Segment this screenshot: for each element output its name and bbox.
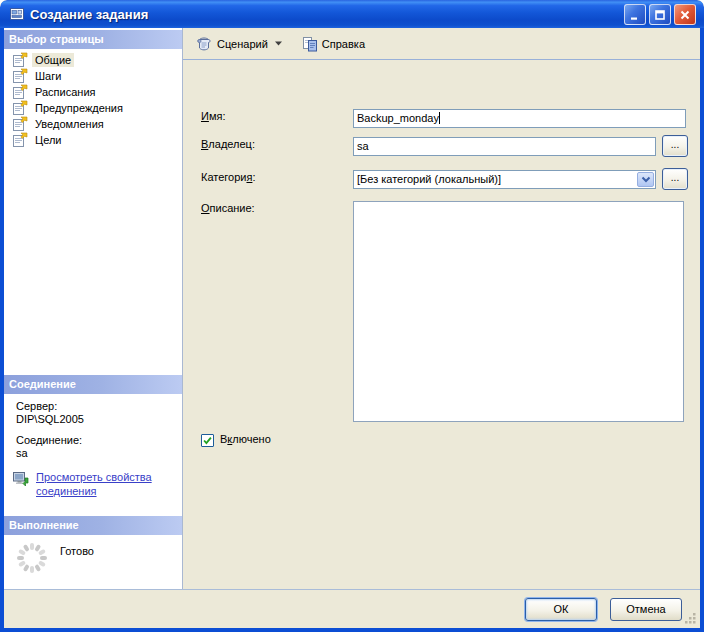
category-dropdown-button[interactable] — [637, 172, 654, 187]
toolbar: Сценарий Справка — [183, 28, 700, 60]
name-input[interactable]: Backup_monday — [353, 109, 686, 128]
name-label: Имя: — [201, 110, 225, 122]
app-icon — [9, 6, 25, 22]
script-icon — [195, 36, 213, 52]
minimize-button[interactable] — [624, 4, 646, 25]
page-icon — [12, 132, 28, 148]
resize-grip[interactable] — [684, 612, 697, 625]
sidebar-item-label: Предупреждения — [32, 101, 126, 115]
close-icon — [679, 9, 691, 21]
page-tree: Общие Шаги Расписания Предупреждения Уве… — [4, 49, 182, 375]
progress-spinner-icon — [14, 540, 50, 576]
page-icon — [12, 100, 28, 116]
minimize-icon — [629, 9, 641, 21]
progress-status: Готово — [60, 545, 94, 557]
chevron-down-icon — [641, 176, 651, 184]
server-value: DIP\SQL2005 — [16, 413, 182, 425]
connection-properties-icon — [12, 470, 30, 488]
script-button[interactable]: Сценарий — [189, 32, 288, 56]
help-button-label: Справка — [322, 38, 366, 50]
owner-input[interactable]: sa — [353, 137, 656, 156]
help-icon — [302, 36, 318, 52]
text-caret — [439, 112, 440, 124]
page-icon — [12, 68, 28, 84]
sidebar-item-targets[interactable]: Цели — [4, 132, 182, 148]
view-connection-properties-link[interactable]: Просмотреть свойства соединения — [36, 470, 168, 498]
ok-button[interactable]: ОК — [525, 598, 597, 621]
sidebar-item-label: Цели — [32, 133, 64, 147]
owner-label: Владелец: — [201, 138, 255, 150]
script-button-label: Сценарий — [217, 38, 269, 50]
sidebar-item-label: Шаги — [32, 69, 64, 83]
sidebar-item-label: Расписания — [32, 85, 98, 99]
enabled-checkbox[interactable] — [201, 434, 214, 447]
sidebar: Выбор страницы Общие Шаги Расписания Пре… — [4, 28, 182, 589]
owner-browse-button[interactable]: ... — [662, 135, 688, 157]
progress-header: Выполнение — [4, 516, 182, 535]
category-browse-button[interactable]: ... — [662, 168, 688, 190]
page-icon — [12, 84, 28, 100]
sidebar-item-label: Уведомления — [32, 117, 107, 131]
maximize-button[interactable] — [649, 4, 671, 25]
page-icon — [12, 52, 28, 68]
connection-label: Соединение: — [16, 434, 182, 446]
title-bar[interactable]: Создание задания — [0, 0, 704, 28]
dropdown-arrow-icon — [275, 41, 282, 46]
cancel-button[interactable]: Отмена — [610, 598, 682, 621]
main-panel: Сценарий Справка — [182, 28, 700, 589]
connection-value: sa — [16, 447, 182, 459]
server-label: Сервер: — [16, 400, 182, 412]
connection-panel: Сервер: DIP\SQL2005 Соединение: sa Просм… — [4, 400, 182, 516]
maximize-icon — [654, 9, 666, 21]
category-label: Категория: — [201, 171, 256, 183]
help-button[interactable]: Справка — [296, 32, 372, 56]
description-label: Описание: — [201, 202, 255, 214]
category-select[interactable]: [Без категорий (локальный)] — [353, 170, 656, 189]
page-icon — [12, 116, 28, 132]
job-form: Имя: Backup_monday Владелец: sa ... Кате… — [183, 60, 700, 588]
window-frame-bottom — [0, 628, 704, 632]
sidebar-item-schedules[interactable]: Расписания — [4, 84, 182, 100]
close-button[interactable] — [674, 4, 696, 25]
check-icon — [202, 435, 213, 446]
description-textarea[interactable] — [353, 201, 684, 422]
page-selector-header: Выбор страницы — [4, 30, 182, 49]
connection-header: Соединение — [4, 375, 182, 394]
sidebar-item-steps[interactable]: Шаги — [4, 68, 182, 84]
sidebar-item-general[interactable]: Общие — [4, 52, 182, 68]
sidebar-item-alerts[interactable]: Предупреждения — [4, 100, 182, 116]
progress-panel: Готово — [4, 535, 182, 597]
enabled-label[interactable]: Включено — [220, 433, 271, 445]
window-frame-right — [700, 28, 704, 628]
sidebar-item-notifications[interactable]: Уведомления — [4, 116, 182, 132]
footer: ОК Отмена — [4, 589, 700, 628]
new-job-dialog: Создание задания Выбор страницы Общие — [0, 0, 704, 632]
window-title: Создание задания — [30, 7, 148, 22]
sidebar-item-label: Общие — [32, 53, 74, 67]
